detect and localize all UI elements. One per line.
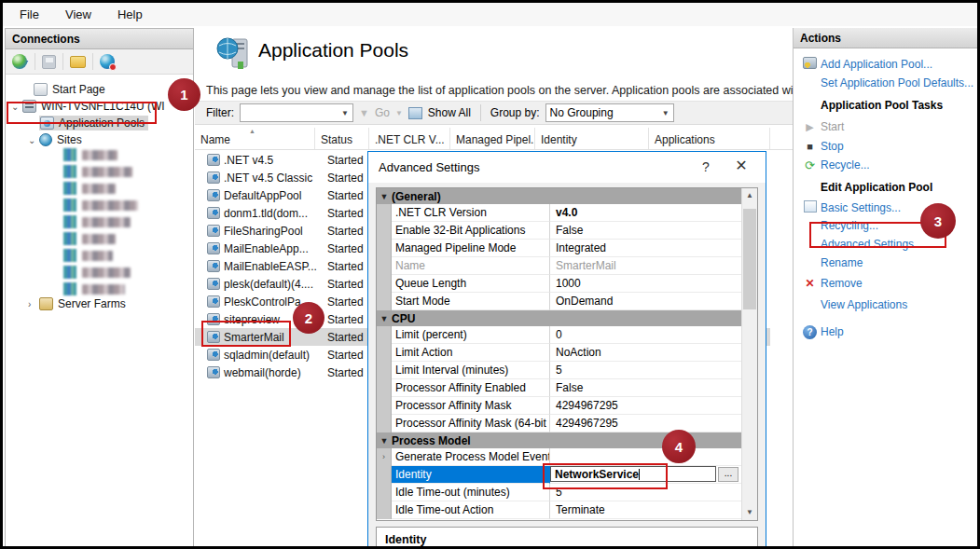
identity-browse-button[interactable]: ... xyxy=(718,467,738,482)
pool-status: Started xyxy=(327,189,364,202)
setting-row-affinity-mask[interactable]: Processor Affinity Mask 4294967295 xyxy=(377,397,741,415)
scroll-up-icon[interactable]: ▲ xyxy=(742,188,757,203)
action-help[interactable]: ? Help xyxy=(794,323,977,340)
tree-item-site-blurred[interactable] xyxy=(63,163,132,180)
setting-row-idle-timeout-action[interactable]: Idle Time-out Action Terminate xyxy=(377,501,741,519)
setting-value[interactable]: Integrated xyxy=(550,240,741,257)
stop-icon: ■ xyxy=(802,141,818,152)
sites-icon xyxy=(39,133,52,146)
filter-toolbar: Filter: ▼ ▼ Go ▼ Show All Group by: No G… xyxy=(195,101,794,125)
action-start[interactable]: ▶ Start xyxy=(794,118,977,135)
tree-item-site-blurred[interactable] xyxy=(63,230,116,247)
setting-row-enable-32bit[interactable]: Enable 32-Bit Applications False xyxy=(377,222,741,240)
setting-row-affinity-enabled[interactable]: Processor Affinity Enabled False xyxy=(377,379,741,397)
setting-value[interactable]: v4.0 xyxy=(550,204,741,222)
action-stop[interactable]: ■ Stop xyxy=(794,138,977,155)
go-button[interactable]: Go xyxy=(375,106,390,119)
scroll-down-icon[interactable]: ▼ xyxy=(742,505,757,520)
tree-item-site-blurred[interactable] xyxy=(63,197,138,213)
collapse-icon[interactable]: ▼ xyxy=(377,192,392,201)
group-by-select[interactable]: No Grouping ▼ xyxy=(545,103,674,122)
tree-item-site-blurred[interactable] xyxy=(63,180,116,197)
column-header-pipeline[interactable]: Managed Pipel... xyxy=(450,128,535,149)
filter-input[interactable]: ▼ xyxy=(240,103,353,122)
menu-help[interactable]: Help xyxy=(104,5,156,24)
group-by-label: Group by: xyxy=(490,106,540,119)
section-general[interactable]: ▼ (General) xyxy=(377,188,741,204)
action-set-application-pool-defaults[interactable]: Set Application Pool Defaults... xyxy=(794,75,977,91)
column-header-name[interactable]: Name xyxy=(195,128,315,149)
collapse-icon[interactable]: ▼ xyxy=(377,436,392,446)
setting-row-clr-version[interactable]: .NET CLR Version v4.0 xyxy=(377,204,741,222)
setting-row-name[interactable]: Name SmarterMail xyxy=(377,257,741,275)
up-folder-icon[interactable] xyxy=(70,56,86,68)
disconnect-icon[interactable] xyxy=(100,54,115,69)
setting-row-start-mode[interactable]: Start Mode OnDemand xyxy=(377,293,741,310)
setting-value[interactable]: 4294967295 xyxy=(550,397,741,415)
chevron-collapsed-icon[interactable]: › xyxy=(28,299,39,309)
tree-item-server-farms[interactable]: › Server Farms xyxy=(28,295,126,312)
setting-label: Limit Interval (minutes) xyxy=(392,362,550,379)
start-page-icon xyxy=(34,83,48,96)
action-rename[interactable]: Rename xyxy=(794,254,977,271)
setting-row-affinity-mask-64[interactable]: Processor Affinity Mask (64-bit c 429496… xyxy=(377,415,741,432)
setting-row-limit-action[interactable]: Limit Action NoAction xyxy=(377,344,741,362)
column-label: Status xyxy=(321,133,352,146)
toolbar-divider xyxy=(35,53,35,70)
annotation-badge-3: 3 xyxy=(920,203,956,239)
tree-item-start-page[interactable]: Start Page xyxy=(34,81,105,98)
collapse-icon[interactable]: ▼ xyxy=(377,314,392,323)
column-header-status[interactable]: Status xyxy=(315,128,369,149)
tree-item-site-blurred[interactable] xyxy=(63,264,131,281)
show-all-button[interactable]: Show All xyxy=(428,106,471,119)
setting-label: Name xyxy=(392,257,550,275)
menu-file[interactable]: File xyxy=(7,5,52,24)
setting-value[interactable]: 4294967295 xyxy=(550,415,741,432)
save-connections-icon[interactable] xyxy=(42,55,56,69)
chevron-expanded-icon[interactable]: ⌄ xyxy=(28,135,39,145)
chevron-down-icon[interactable]: ▼ xyxy=(395,109,403,117)
row-gutter xyxy=(377,501,392,519)
setting-value[interactable]: False xyxy=(550,222,741,240)
setting-row-limit-percent[interactable]: Limit (percent) 0 xyxy=(377,326,741,344)
annotation-box-application-pools xyxy=(7,102,157,124)
setting-value[interactable]: 1000 xyxy=(550,275,741,293)
connect-button[interactable]: ▾ xyxy=(12,54,28,69)
menu-view[interactable]: View xyxy=(52,5,104,24)
column-header-identity[interactable]: Identity xyxy=(535,128,649,149)
annotation-badge-2: 2 xyxy=(293,302,324,334)
setting-value[interactable]: Terminate xyxy=(550,501,741,519)
action-add-application-pool[interactable]: Add Application Pool... xyxy=(794,56,977,73)
page-description: This page lets you view and manage the l… xyxy=(206,84,794,97)
dialog-scrollbar[interactable]: ▲ ▼ xyxy=(741,188,757,520)
pool-name: sqladmin(default) xyxy=(224,349,310,362)
dialog-close-button[interactable]: ✕ xyxy=(730,157,752,174)
show-all-icon xyxy=(408,107,422,119)
setting-label: Limit Action xyxy=(392,344,550,362)
dialog-help-button[interactable]: ? xyxy=(697,159,715,174)
action-remove[interactable]: ✕ Remove xyxy=(794,275,977,292)
setting-value[interactable]: False xyxy=(550,379,741,397)
scrollbar-thumb[interactable] xyxy=(743,209,756,309)
setting-value[interactable]: OnDemand xyxy=(550,293,741,310)
tree-label: Sites xyxy=(57,133,82,146)
column-header-clr-version[interactable]: .NET CLR V... xyxy=(369,128,450,149)
action-recycle[interactable]: ⟳ Recycle... xyxy=(794,157,977,173)
setting-value[interactable]: 0 xyxy=(550,326,741,344)
tree-item-site-blurred[interactable] xyxy=(63,247,113,264)
row-gutter xyxy=(377,240,392,257)
filter-label: Filter: xyxy=(206,106,234,119)
section-cpu[interactable]: ▼ CPU xyxy=(377,310,741,326)
add-application-pool-icon xyxy=(802,57,818,72)
tree-item-site-blurred[interactable] xyxy=(63,213,131,230)
setting-row-queue-length[interactable]: Queue Length 1000 xyxy=(377,275,741,293)
tree-item-site-blurred[interactable] xyxy=(63,146,117,163)
setting-value[interactable]: 5 xyxy=(550,362,741,379)
setting-row-limit-interval[interactable]: Limit Interval (minutes) 5 xyxy=(377,362,741,379)
setting-value[interactable]: NoAction xyxy=(550,344,741,362)
action-view-applications[interactable]: View Applications xyxy=(794,296,977,313)
column-header-applications[interactable]: Applications xyxy=(649,128,770,149)
setting-row-pipeline-mode[interactable]: Managed Pipeline Mode Integrated xyxy=(377,240,741,257)
site-icon xyxy=(63,215,76,228)
expand-icon[interactable]: › xyxy=(377,448,392,466)
